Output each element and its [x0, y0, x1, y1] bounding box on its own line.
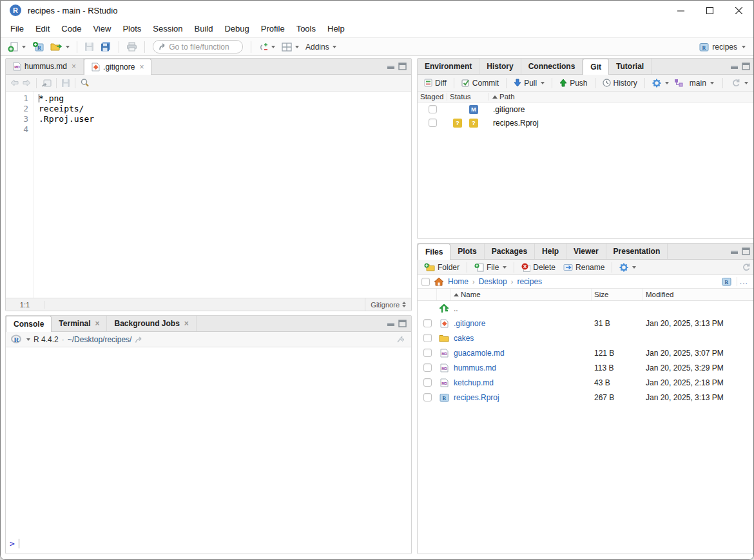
staged-checkbox[interactable] [429, 105, 437, 113]
rproject-cube-icon[interactable]: R [722, 277, 731, 286]
new-project-button[interactable]: R [30, 40, 46, 53]
file-name[interactable]: guacamole.md [451, 349, 592, 358]
tab-git[interactable]: Git [583, 59, 609, 75]
r-version-icon[interactable]: R [11, 334, 22, 344]
file-row-guacamole[interactable]: MD guacamole.md 121 B Jan 20, 2025, 3:07… [418, 345, 754, 360]
branch-selector[interactable]: main [687, 77, 717, 89]
column-header-name[interactable]: Name [451, 289, 592, 300]
menu-profile[interactable]: Profile [255, 21, 291, 36]
file-checkbox[interactable] [423, 334, 432, 342]
breadcrumb-recipes[interactable]: recipes [517, 277, 542, 286]
git-refresh-button[interactable] [729, 77, 751, 88]
menu-tools[interactable]: Tools [291, 21, 322, 36]
column-header-path[interactable]: Path [488, 93, 515, 101]
project-menu-button[interactable]: R recipes [697, 41, 748, 53]
menu-code[interactable]: Code [55, 21, 87, 36]
git-row-gitignore[interactable]: M .gitignore [418, 102, 754, 116]
tab-viewer[interactable]: Viewer [566, 244, 606, 259]
file-checkbox[interactable] [423, 378, 432, 387]
close-tab-icon[interactable]: × [95, 319, 99, 328]
new-file-button[interactable] [6, 40, 28, 53]
working-directory-label[interactable]: ~/Desktop/recipes/ [68, 335, 132, 344]
tab-tutorial[interactable]: Tutorial [609, 59, 652, 74]
tab-presentation[interactable]: Presentation [606, 244, 668, 259]
editor-tab-hummus[interactable]: MD hummus.md × [6, 59, 84, 74]
workspace-panes-button[interactable] [280, 41, 301, 53]
file-row-recipes-rproj[interactable]: R recipes.Rproj 267 B Jan 20, 2025, 3:13… [418, 390, 754, 405]
breadcrumb-desktop[interactable]: Desktop [479, 277, 507, 286]
goto-file-search[interactable] [153, 40, 243, 53]
close-tab-icon[interactable]: × [184, 319, 189, 328]
file-checkbox[interactable] [423, 349, 432, 357]
minimize-pane-icon[interactable] [387, 320, 395, 327]
file-row-gitignore[interactable]: .gitignore 31 B Jan 20, 2025, 3:13 PM [418, 316, 754, 331]
find-replace-icon[interactable] [80, 78, 90, 88]
code-editor[interactable]: 1 2 3 4 *.png receipts/ .Rproj.user [6, 92, 411, 298]
maximize-pane-icon[interactable] [742, 63, 750, 70]
column-header-status[interactable]: Status [447, 93, 488, 101]
new-folder-button[interactable]: Folder [421, 262, 462, 273]
git-row-recipes-rproj[interactable]: ? ? recipes.Rproj [418, 116, 754, 130]
refresh-icon[interactable] [742, 263, 751, 271]
tab-files[interactable]: Files [418, 244, 450, 260]
select-all-checkbox[interactable] [421, 278, 430, 286]
file-name[interactable]: .. [451, 304, 592, 313]
new-blank-file-button[interactable]: File [472, 262, 509, 273]
column-header-size[interactable]: Size [592, 289, 643, 300]
file-name[interactable]: cakes [451, 334, 592, 343]
tab-history[interactable]: History [479, 59, 521, 74]
save-file-icon[interactable] [61, 79, 70, 88]
tab-background-jobs[interactable]: Background Jobs × [107, 316, 196, 331]
close-tab-icon[interactable]: × [72, 62, 76, 71]
breadcrumb-home[interactable]: Home [448, 277, 469, 286]
print-button[interactable] [124, 41, 139, 53]
open-in-new-window-icon[interactable] [41, 79, 52, 87]
pull-button[interactable]: Pull [511, 77, 547, 89]
push-button[interactable]: Push [557, 77, 590, 89]
file-name[interactable]: .gitignore [451, 319, 592, 328]
tab-environment[interactable]: Environment [418, 59, 479, 74]
column-header-modified[interactable]: Modified [643, 289, 754, 300]
branch-icon[interactable] [674, 79, 683, 87]
menu-file[interactable]: File [5, 21, 30, 36]
r-version-dropdown-caret[interactable] [26, 338, 30, 341]
menu-help[interactable]: Help [322, 21, 351, 36]
file-checkbox[interactable] [423, 319, 432, 327]
menu-build[interactable]: Build [189, 21, 219, 36]
minimize-pane-icon[interactable] [730, 63, 739, 70]
maximize-pane-icon[interactable] [398, 63, 407, 70]
addins-button[interactable]: Addins [304, 41, 338, 53]
forward-icon[interactable] [22, 79, 32, 87]
diff-button[interactable]: Diff [421, 77, 449, 89]
clear-console-broom-icon[interactable] [396, 334, 406, 344]
tab-plots[interactable]: Plots [450, 244, 484, 259]
save-button[interactable] [82, 41, 96, 53]
menu-debug[interactable]: Debug [218, 21, 255, 36]
maximize-pane-icon[interactable] [398, 320, 407, 327]
file-type-selector[interactable]: Gitignore [365, 298, 411, 311]
menu-plots[interactable]: Plots [117, 21, 147, 36]
home-icon[interactable] [434, 277, 444, 286]
file-name[interactable]: hummus.md [451, 363, 592, 372]
staged-checkbox[interactable] [429, 119, 437, 127]
minimize-window-button[interactable] [666, 1, 695, 20]
maximize-window-button[interactable] [695, 1, 724, 20]
console-output[interactable]: > [6, 347, 411, 554]
breadcrumb-more-button[interactable]: ... [737, 277, 751, 286]
open-file-button[interactable] [48, 41, 72, 53]
delete-file-button[interactable]: Delete [519, 262, 558, 273]
tab-packages[interactable]: Packages [485, 244, 535, 259]
back-icon[interactable] [10, 79, 19, 87]
tab-help[interactable]: Help [535, 244, 566, 259]
goto-directory-icon[interactable] [135, 336, 144, 343]
file-name[interactable]: ketchup.md [451, 378, 592, 387]
file-row-ketchup[interactable]: MD ketchup.md 43 B Jan 20, 2025, 2:18 PM [418, 375, 754, 390]
cursor-position[interactable]: 1:1 [6, 301, 44, 309]
close-tab-icon[interactable]: × [139, 63, 144, 72]
version-control-button[interactable] [256, 41, 277, 53]
menu-view[interactable]: View [87, 21, 117, 36]
minimize-pane-icon[interactable] [387, 63, 395, 70]
tab-connections[interactable]: Connections [521, 59, 583, 74]
file-checkbox[interactable] [423, 393, 432, 401]
git-more-button[interactable] [650, 77, 672, 89]
